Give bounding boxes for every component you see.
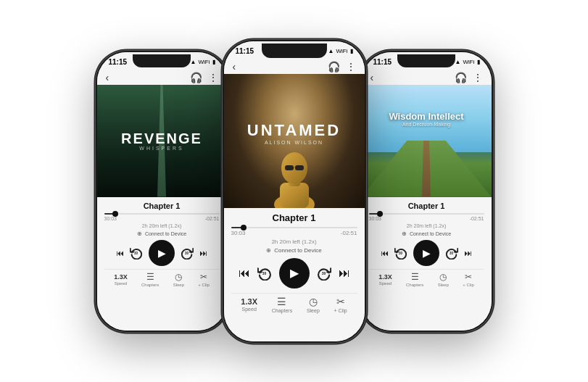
phone-left: 11:15 ▲ WiFi ▮ ‹ 🎧 ⋮ REVENGE WHI bbox=[95, 50, 229, 333]
chapter-title-left: Chapter 1 bbox=[144, 202, 181, 210]
app-header-center: ‹ 🎧 ⋮ bbox=[224, 58, 365, 74]
player-content-left: Chapter 1 30:03 -02:51 2h 20m left (1.2x… bbox=[97, 197, 227, 331]
skip-forward-btn-center[interactable]: ⏭ bbox=[339, 267, 350, 280]
sleep-item-left[interactable]: ◷ Sleep bbox=[173, 272, 184, 287]
signal-icon-c: ▲ bbox=[328, 48, 334, 54]
speed-label-left: Speed bbox=[115, 281, 127, 286]
svg-text:30: 30 bbox=[321, 270, 326, 275]
clip-item-left[interactable]: ✂ + Clip bbox=[198, 272, 210, 287]
more-dots-left[interactable]: ⋮ bbox=[208, 72, 218, 83]
progress-container-left[interactable]: 30:03 -02:51 bbox=[104, 213, 220, 221]
skip-forward-btn-right[interactable]: ⏭ bbox=[464, 249, 472, 257]
wifi-icon-r: WiFi bbox=[463, 59, 475, 65]
clip-icon-center: ✂ bbox=[336, 296, 345, 307]
album-title-center: UNTAMED bbox=[247, 123, 341, 138]
connect-device-center[interactable]: ⊕ Connect to Device bbox=[266, 247, 321, 254]
clip-icon-right: ✂ bbox=[465, 272, 472, 282]
player-content-right: Chapter 1 30:03 -02:51 2h 20m left (1.2x… bbox=[362, 197, 492, 331]
connect-device-right[interactable]: ⊕ Connect to Device bbox=[402, 231, 451, 237]
album-title-right: Wisdom Intellect bbox=[389, 111, 463, 123]
chapters-item-center[interactable]: ☰ Chapters bbox=[272, 296, 292, 313]
bottom-toolbar-left: 1.3X Speed ☰ Chapters ◷ Sleep ✂ + Clip bbox=[104, 269, 220, 289]
svg-text:30: 30 bbox=[450, 251, 454, 254]
connect-icon-left: ⊕ bbox=[137, 231, 142, 237]
progress-left-time-c: 30:03 bbox=[231, 230, 246, 236]
chapters-item-left[interactable]: ☰ Chapters bbox=[141, 272, 159, 287]
forward-btn-center[interactable]: 30 bbox=[317, 266, 331, 281]
speed-icon-right: 1.3X bbox=[378, 273, 392, 281]
svg-rect-7 bbox=[295, 165, 304, 170]
sleep-item-center[interactable]: ◷ Sleep bbox=[307, 296, 320, 313]
album-art-right: Wisdom Intellect And Decision-Making bbox=[362, 85, 492, 197]
replay-btn-left[interactable]: 30 bbox=[130, 246, 143, 259]
speed-item-left[interactable]: 1.3X Speed bbox=[114, 273, 128, 286]
signal-icon: ▲ bbox=[191, 59, 196, 65]
more-dots-center[interactable]: ⋮ bbox=[346, 61, 356, 72]
chapters-icon-left: ☰ bbox=[146, 272, 154, 282]
clip-item-center[interactable]: ✂ + Clip bbox=[334, 296, 347, 313]
progress-container-right[interactable]: 30:03 -02:51 bbox=[369, 213, 484, 221]
play-btn-center[interactable]: ▶ bbox=[279, 258, 310, 288]
speed-item-right[interactable]: 1.3X Speed bbox=[378, 273, 392, 286]
replay-btn-right[interactable]: 30 bbox=[394, 246, 407, 259]
status-icons-center: ▲ WiFi ▮ bbox=[328, 48, 353, 54]
player-content-center: Chapter 1 30:03 -02:51 2h 20m left (1.2x… bbox=[224, 208, 365, 341]
back-chevron-center[interactable]: ‹ bbox=[233, 61, 236, 72]
play-btn-right[interactable]: ▶ bbox=[413, 240, 439, 266]
clip-label-right: + Clip bbox=[463, 283, 474, 287]
sleep-icon-right: ◷ bbox=[439, 272, 447, 282]
bottom-toolbar-right: 1.3X Speed ☰ Chapters ◷ Sleep ✂ + Clip bbox=[369, 269, 484, 289]
progress-left-time-r: 30:03 bbox=[369, 216, 382, 221]
replay-btn-center[interactable]: 30 bbox=[257, 266, 272, 281]
signal-icon-r: ▲ bbox=[455, 59, 461, 65]
headphones-icon-center[interactable]: 🎧 bbox=[328, 61, 340, 72]
svg-rect-3 bbox=[280, 183, 309, 208]
status-time-right: 11:15 bbox=[373, 58, 392, 66]
connect-icon-center: ⊕ bbox=[266, 247, 271, 254]
speed-item-center[interactable]: 1.3X Speed bbox=[241, 297, 257, 312]
clip-icon-left: ✂ bbox=[200, 272, 207, 282]
back-chevron-right[interactable]: ‹ bbox=[370, 72, 374, 83]
app-header-right: ‹ 🎧 ⋮ bbox=[362, 69, 492, 85]
connect-label-right: Connect to Device bbox=[410, 231, 451, 236]
clip-label-center: + Clip bbox=[334, 308, 347, 313]
skip-back-btn-right[interactable]: ⏮ bbox=[381, 249, 389, 257]
more-dots-right[interactable]: ⋮ bbox=[473, 72, 483, 83]
chapter-title-center: Chapter 1 bbox=[273, 212, 316, 223]
headphones-icon-right[interactable]: 🎧 bbox=[455, 72, 467, 83]
status-time-center: 11:15 bbox=[236, 47, 254, 55]
skip-forward-btn-left[interactable]: ⏭ bbox=[199, 249, 207, 257]
playback-controls-right: ⏮ 30 ▶ 30 ⏭ bbox=[369, 240, 484, 266]
playback-controls-left: ⏮ 30 ▶ 30 ⏭ bbox=[104, 240, 220, 266]
connect-label-left: Connect to Device bbox=[145, 231, 186, 236]
clip-item-right[interactable]: ✂ + Clip bbox=[463, 272, 474, 287]
notch-right bbox=[397, 54, 455, 67]
status-time-left: 11:15 bbox=[109, 58, 128, 66]
skip-back-btn-center[interactable]: ⏮ bbox=[239, 267, 250, 280]
connect-label-center: Connect to Device bbox=[274, 247, 321, 254]
progress-container-center[interactable]: 30:03 -02:51 bbox=[231, 227, 357, 236]
sleep-item-right[interactable]: ◷ Sleep bbox=[438, 272, 449, 287]
play-btn-left[interactable]: ▶ bbox=[149, 240, 175, 266]
status-icons-right: ▲ WiFi ▮ bbox=[455, 59, 480, 65]
progress-left-time: 30:03 bbox=[104, 216, 117, 221]
svg-text:30: 30 bbox=[262, 270, 266, 275]
progress-right-time: -02:51 bbox=[205, 216, 220, 221]
notch-center bbox=[262, 43, 327, 58]
forward-btn-right[interactable]: 30 bbox=[445, 246, 458, 259]
chapters-item-right[interactable]: ☰ Chapters bbox=[406, 272, 423, 287]
album-art-left: REVENGE WHISPERS bbox=[97, 85, 227, 197]
back-chevron-left[interactable]: ‹ bbox=[106, 72, 109, 83]
forward-btn-left[interactable]: 30 bbox=[181, 246, 194, 259]
app-header-left: ‹ 🎧 ⋮ bbox=[97, 69, 227, 85]
chapters-label-center: Chapters bbox=[272, 308, 292, 313]
skip-back-btn-left[interactable]: ⏮ bbox=[116, 249, 124, 257]
battery-icon: ▮ bbox=[212, 59, 215, 65]
clip-label-left: + Clip bbox=[198, 283, 210, 287]
headphones-icon-left[interactable]: 🎧 bbox=[190, 72, 202, 83]
sleep-icon-center: ◷ bbox=[309, 296, 318, 307]
connect-device-left[interactable]: ⊕ Connect to Device bbox=[137, 231, 186, 237]
connect-icon-right: ⊕ bbox=[402, 231, 407, 237]
progress-right-time-r: -02:51 bbox=[470, 216, 484, 221]
svg-rect-6 bbox=[285, 165, 294, 170]
